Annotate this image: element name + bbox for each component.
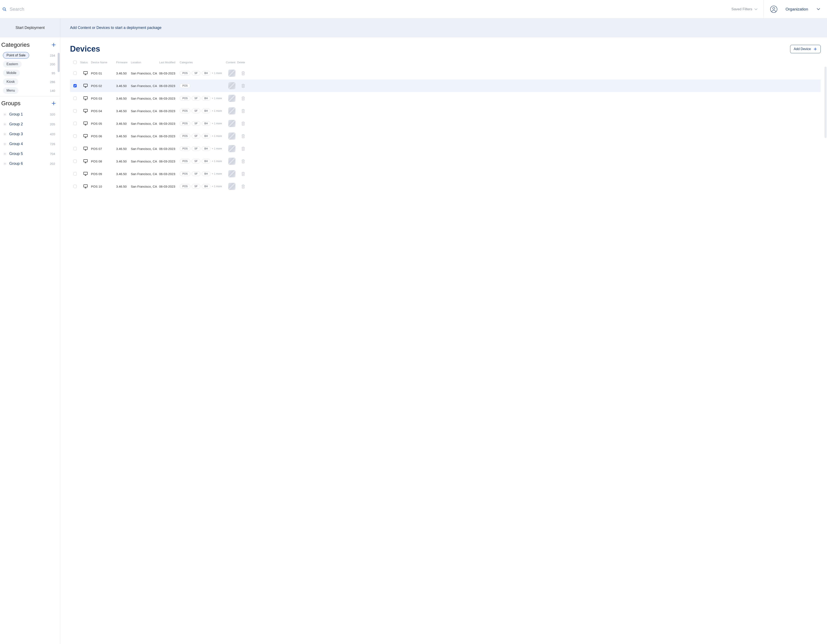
row-checkbox[interactable] <box>73 122 77 125</box>
more-categories[interactable]: + 1 more <box>212 147 222 150</box>
row-checkbox[interactable] <box>73 185 77 188</box>
delete-button[interactable] <box>241 134 245 138</box>
delete-button[interactable] <box>241 71 245 75</box>
user-avatar[interactable] <box>764 5 784 13</box>
content-thumbnail[interactable] <box>228 170 236 177</box>
category-pill[interactable]: Menu <box>3 87 19 94</box>
scrollbar-thumb[interactable] <box>824 67 827 138</box>
category-tag[interactable]: BH <box>202 71 211 75</box>
content-thumbnail[interactable] <box>228 70 236 77</box>
start-deployment-button[interactable]: Start Deployment <box>0 19 60 37</box>
more-categories[interactable]: + 1 more <box>212 134 222 137</box>
group-name: Group 5 <box>9 151 23 156</box>
category-tag[interactable]: SF <box>192 134 200 138</box>
content-thumbnail[interactable] <box>228 133 236 140</box>
search-input[interactable] <box>9 6 94 12</box>
category-tag[interactable]: POS <box>179 172 190 176</box>
row-checkbox[interactable] <box>73 172 77 175</box>
category-pill[interactable]: Mobile <box>3 70 20 76</box>
more-categories[interactable]: + 1 more <box>212 97 222 100</box>
category-pill[interactable]: Point of Sale <box>3 52 29 59</box>
delete-button[interactable] <box>241 172 245 176</box>
table-row[interactable]: POS 053.46.50San Francisco, CA06-03-2023… <box>70 117 821 130</box>
category-tag[interactable]: POS <box>179 146 190 151</box>
category-tag[interactable]: SF <box>192 71 200 75</box>
row-checkbox[interactable] <box>73 84 77 87</box>
row-checkbox[interactable] <box>73 159 77 163</box>
category-tag[interactable]: POS <box>179 109 190 113</box>
category-tag[interactable]: BH <box>202 159 211 164</box>
content-thumbnail[interactable] <box>228 108 236 114</box>
row-checkbox[interactable] <box>73 97 77 100</box>
category-tag[interactable]: POS <box>179 134 190 138</box>
category-tag[interactable]: SF <box>192 109 200 113</box>
content-thumbnail[interactable] <box>228 145 236 152</box>
row-checkbox[interactable] <box>73 134 77 138</box>
category-tag[interactable]: POS <box>179 184 190 189</box>
saved-filters-dropdown[interactable]: Saved Filters <box>732 7 763 11</box>
content-thumbnail[interactable] <box>228 82 236 89</box>
more-categories[interactable]: + 1 more <box>212 185 222 188</box>
row-checkbox[interactable] <box>73 109 77 112</box>
more-categories[interactable]: + 1 more <box>212 160 222 163</box>
delete-button[interactable] <box>241 96 245 100</box>
content-thumbnail[interactable] <box>228 95 236 102</box>
category-tag[interactable]: SF <box>192 172 200 176</box>
table-row[interactable]: POS 033.46.50San Francisco, CA06-03-2023… <box>70 92 821 104</box>
add-group-button[interactable] <box>51 101 56 106</box>
category-tag[interactable]: POS <box>179 96 190 101</box>
category-tag[interactable]: SF <box>192 96 200 101</box>
group-item[interactable]: Group 2205 <box>3 120 56 128</box>
delete-button[interactable] <box>241 184 245 189</box>
more-categories[interactable]: + 1 more <box>212 122 222 125</box>
table-row[interactable]: POS 043.46.50San Francisco, CA06-03-2023… <box>70 104 821 117</box>
group-item[interactable]: Group 1320 <box>3 111 56 118</box>
category-tag[interactable]: SF <box>192 121 200 126</box>
category-tag[interactable]: BH <box>202 96 211 101</box>
delete-button[interactable] <box>241 109 245 113</box>
select-all-checkbox[interactable] <box>73 61 77 64</box>
more-categories[interactable]: + 1 more <box>212 109 222 112</box>
category-tag[interactable]: BH <box>202 172 211 176</box>
more-categories[interactable]: + 1 more <box>212 72 222 75</box>
category-tag[interactable]: POS <box>179 71 190 75</box>
content-thumbnail[interactable] <box>228 183 236 190</box>
table-row[interactable]: POS 063.46.50San Francisco, CA06-03-2023… <box>70 130 821 142</box>
table-row[interactable]: POS 093.46.50San Francisco, CA06-03-2023… <box>70 167 821 180</box>
category-tag[interactable]: BH <box>202 109 211 113</box>
group-item[interactable]: Group 6202 <box>3 160 56 167</box>
table-row[interactable]: POS 073.46.50San Francisco, CA06-03-2023… <box>70 142 821 155</box>
row-checkbox[interactable] <box>73 147 77 150</box>
category-tag[interactable]: SF <box>192 184 200 189</box>
category-tag[interactable]: BH <box>202 184 211 189</box>
organization-dropdown[interactable]: Organization <box>784 7 827 11</box>
category-tag[interactable]: BH <box>202 121 211 126</box>
more-categories[interactable]: + 1 more <box>212 172 222 175</box>
category-tag[interactable]: SF <box>192 146 200 151</box>
add-device-button[interactable]: Add Device <box>790 45 821 53</box>
table-row[interactable]: POS 013.46.50San Francisco, CA06-03-2023… <box>70 67 821 80</box>
delete-button[interactable] <box>241 147 245 151</box>
category-tag[interactable]: SF <box>192 159 200 164</box>
row-checkbox[interactable] <box>73 72 77 75</box>
table-row[interactable]: POS 103.46.50San Francisco, CA06-03-2023… <box>70 180 821 193</box>
scrollbar-thumb[interactable] <box>58 53 60 72</box>
category-tag[interactable]: POS <box>179 159 190 164</box>
category-pill[interactable]: Eastern <box>3 61 22 67</box>
group-item[interactable]: Group 4726 <box>3 140 56 148</box>
category-tag[interactable]: POS <box>179 83 190 88</box>
delete-button[interactable] <box>241 122 245 126</box>
category-tag[interactable]: BH <box>202 146 211 151</box>
content-thumbnail[interactable] <box>228 120 236 127</box>
table-row[interactable]: POS 083.46.50San Francisco, CA06-03-2023… <box>70 155 821 167</box>
category-tag[interactable]: BH <box>202 134 211 138</box>
content-thumbnail[interactable] <box>228 157 236 165</box>
group-item[interactable]: Group 3420 <box>3 130 56 138</box>
delete-button[interactable] <box>241 84 245 88</box>
category-pill[interactable]: Kiosk <box>3 78 18 85</box>
table-row[interactable]: POS 023.46.50San Francisco, CA06-03-2023… <box>70 80 821 92</box>
delete-button[interactable] <box>241 159 245 163</box>
add-category-button[interactable] <box>51 42 56 48</box>
category-tag[interactable]: POS <box>179 121 190 126</box>
group-item[interactable]: Group 5704 <box>3 150 56 157</box>
